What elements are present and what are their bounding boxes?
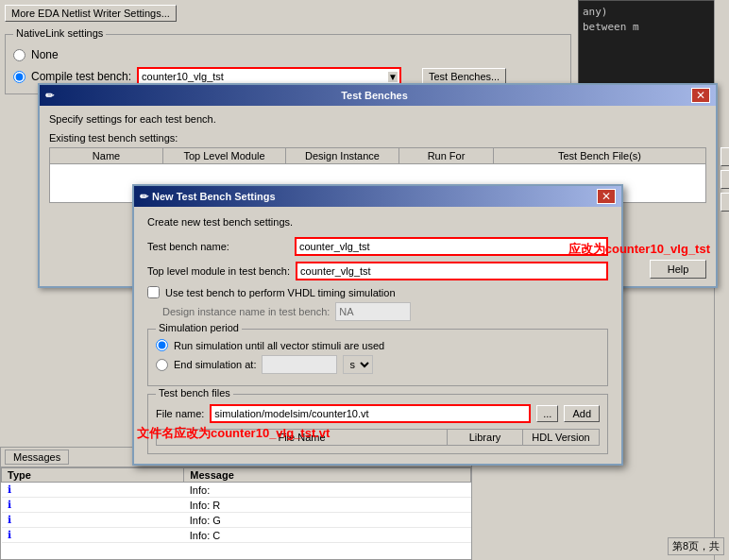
msg-text-1: Info: [184,483,471,498]
th-name: Name [50,148,163,163]
new-tb-pencil-icon: ✏ [140,191,148,203]
msg-text-3: Info: G [184,513,471,528]
run-all-radio[interactable] [156,339,168,351]
page-indicator: 第8页，共 [668,537,724,555]
run-all-option: Run simulation until all vector stimuli … [156,339,600,351]
messages-table: Type Message ℹ Info: ℹ Info: R ℹ Info: G… [1,467,471,543]
sim-period-content: Run simulation until all vector stimuli … [156,339,600,374]
end-sim-radio[interactable] [156,359,168,371]
tb-name-input[interactable] [295,237,608,256]
code-line-2: between m [583,20,724,35]
files-th-library: Library [448,430,523,445]
files-th-hdl: HDL Version [523,430,599,445]
end-sim-label: End simulation at: [174,359,256,370]
msg-type-2: ℹ [2,498,184,513]
msg-type-header: Type [2,468,184,483]
help-button[interactable]: Help [650,260,706,279]
edit-button[interactable]: Edit... [721,170,729,189]
msg-text-4: Info: C [184,528,471,543]
more-eda-button[interactable]: More EDA Netlist Writer Settings... [5,5,177,22]
th-files: Test Bench File(s) [494,148,705,163]
existing-label: Existing test bench settings: [49,132,706,144]
end-sim-unit-select[interactable]: s [343,355,373,374]
msg-text-2: Info: R [184,498,471,513]
vhdl-label: Use test bench to perform VHDL timing si… [165,287,396,298]
new-tb-title: New Test Bench Settings [152,191,276,202]
tb-name-label: Test bench name: [147,241,289,252]
design-instance-input [335,302,411,321]
run-all-label: Run simulation until all vector stimuli … [174,340,384,351]
new-tb-titlebar: ✏ New Test Bench Settings ✕ [134,186,621,207]
msg-type-3: ℹ [2,513,184,528]
new-tb-dialog: ✏ New Test Bench Settings ✕ Create new t… [132,184,623,466]
file-name-row: File name: ... Add [156,404,600,423]
file-name-label: File name: [156,408,204,419]
messages-tab[interactable]: Messages [5,450,69,465]
none-radio[interactable] [13,49,25,61]
side-buttons: New... Edit... Delete [721,147,729,212]
sim-period-group: Simulation period Run simulation until a… [147,329,608,386]
compile-radio[interactable] [13,71,25,83]
sim-period-title: Simulation period [156,322,242,333]
file-annotation: 文件名应改为counter10_vlg_tst.vt [137,425,330,442]
th-runfor: Run For [399,148,494,163]
th-toplevel: Top Level Module [163,148,286,163]
dropdown-arrow[interactable]: ▼ [388,72,398,82]
table-row: ℹ Info: R [2,498,471,513]
design-instance-row: Design instance name in test bench: [147,302,608,321]
browse-button[interactable]: ... [536,405,558,422]
code-line-1: any) [583,5,724,20]
top-level-row: Top level module in test bench: [147,262,608,280]
test-benches-subtitle: Specify settings for each test bench. [49,113,706,125]
file-name-input[interactable] [210,404,531,423]
compile-label: Compile test bench: [31,70,131,83]
test-benches-title: Test Benches [341,90,408,101]
vhdl-checkbox-row: Use test bench to perform VHDL timing si… [147,286,608,298]
design-instance-label: Design instance name in test bench: [162,306,330,317]
tb-files-title: Test bench files [156,387,233,399]
pencil-icon: ✏ [45,90,54,102]
tb-name-row: Test bench name: [147,237,608,256]
vhdl-checkbox[interactable] [147,286,160,298]
new-tb-subtitle: Create new test bench settings. [147,216,608,228]
new-tb-close[interactable]: ✕ [597,189,616,204]
name-annotation: 应改为counter10_vlg_tst [568,241,710,258]
th-design: Design Instance [286,148,399,163]
table-row: ℹ Info: [2,483,471,498]
msg-type-1: ℹ [2,483,184,498]
test-benches-close[interactable]: ✕ [691,88,710,103]
end-sim-input[interactable] [262,355,337,374]
nativelink-title: NativeLink settings [13,27,106,39]
msg-type-4: ℹ [2,528,184,543]
top-level-label: Top level module in test bench: [147,265,290,277]
msg-text-header: Message [184,468,471,483]
table-row: ℹ Info: C [2,528,471,543]
table-row: ℹ Info: G [2,513,471,528]
tb-files-group: Test bench files File name: ... Add File… [147,394,608,454]
end-sim-option: End simulation at: s [156,355,600,374]
top-level-input[interactable] [296,262,608,280]
none-label: None [31,48,59,61]
test-benches-titlebar: ✏ Test Benches ✕ [40,85,716,106]
table-header: Name Top Level Module Design Instance Ru… [50,148,705,164]
new-button[interactable]: New... [721,147,729,166]
add-button[interactable]: Add [564,405,600,422]
delete-button[interactable]: Delete [721,193,729,212]
